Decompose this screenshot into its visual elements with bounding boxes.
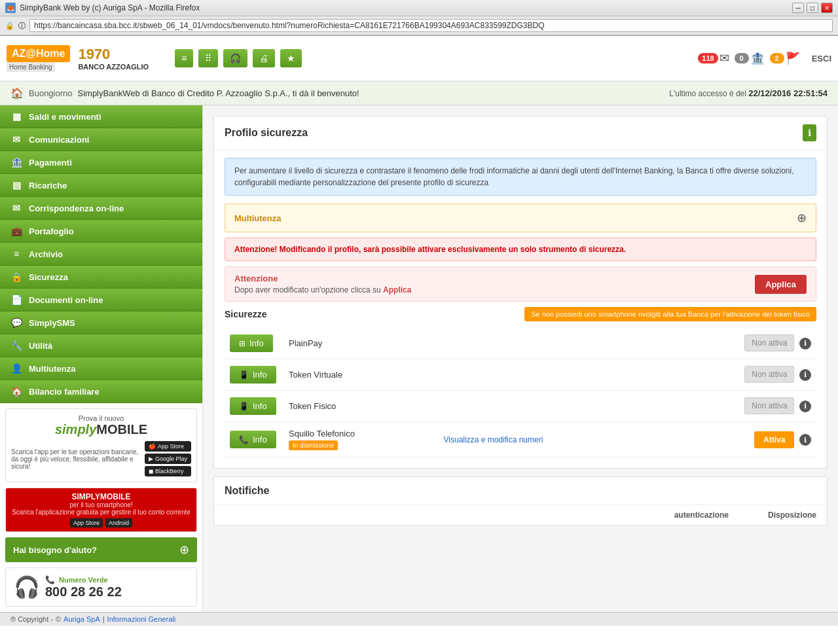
multiutenza-expand-button[interactable]: ⊕ <box>797 211 807 225</box>
maximize-button[interactable]: □ <box>807 3 818 13</box>
nav-org-button[interactable]: ⠿ <box>198 49 218 67</box>
ad2-subtitle: per il tuo smartphone! <box>10 501 192 509</box>
applica-button[interactable]: Applica <box>755 275 807 294</box>
token-fisico-info-button[interactable]: 📱 Info <box>230 397 276 415</box>
sicurezze-section: Sicurezze Se non possiedi uno smartphone… <box>225 307 816 457</box>
googleplay-btn[interactable]: ▶ Google Play <box>145 454 191 464</box>
breadcrumb-left: 🏠 Buongiorno SimplyBankWeb di Banco di C… <box>10 87 359 99</box>
nav-print-button[interactable]: 🖨 <box>253 49 275 67</box>
sidebar-item-utilita[interactable]: 🔧 Utilità <box>0 334 202 357</box>
squillo-attiva-button[interactable]: Attiva <box>754 431 794 448</box>
minimize-button[interactable]: ─ <box>792 3 804 13</box>
sidebar-item-bilancio[interactable]: 🏠 Bilancio familiare <box>0 380 202 403</box>
info-link[interactable]: Informazioni Generali <box>107 615 176 623</box>
visualizza-link[interactable]: Visualizza e modifica numeri <box>444 435 543 444</box>
sidebar-label-multiutenza: Multiutenza <box>29 364 76 374</box>
plainpay-info-circle[interactable]: ℹ <box>799 338 811 349</box>
token-v-status[interactable]: Non attiva <box>744 366 794 383</box>
ad2-stores: App Store Android <box>10 518 192 528</box>
sidebar-item-documenti[interactable]: 📄 Documenti on-line <box>0 289 202 312</box>
token-f-icon: 📱 <box>239 402 249 411</box>
squillo-name-cell: Squillo Telefonico In dismissione <box>283 422 439 457</box>
badge-count-white: 0 <box>735 53 749 63</box>
close-button[interactable]: ✕ <box>821 3 833 13</box>
comunicazioni-icon: ✉ <box>10 134 22 145</box>
sidebar-item-portafoglio[interactable]: 💼 Portafoglio <box>0 220 202 243</box>
badge-envelope: 118 ✉ <box>698 51 729 65</box>
token-v-status-cell: Non attiva ℹ <box>661 359 816 391</box>
sidebar-item-sicurezza[interactable]: 🔒 Sicurezza <box>0 266 202 289</box>
sidebar: ▦ Saldi e movimenti ✉ Comunicazioni 🏦 Pa… <box>0 105 203 612</box>
numero-verde-icon: 📞 <box>45 575 55 584</box>
ad-prova-text: Prova il nuovo <box>79 414 124 422</box>
token-f-name: Token Fisico <box>289 401 336 411</box>
warning-text: Attenzione! Modificando il profilo, sarà… <box>234 245 626 254</box>
blackberry-label: BlackBerry <box>155 468 184 474</box>
sidebar-item-corrispondenza[interactable]: ✉ Corrispondenza on-line <box>0 197 202 220</box>
col-disposizione: Disposizione <box>768 510 816 520</box>
token-f-status[interactable]: Non attiva <box>744 397 794 414</box>
main-layout: ▦ Saldi e movimenti ✉ Comunicazioni 🏦 Pa… <box>0 105 838 612</box>
token-virtuale-info-button[interactable]: 📱 Info <box>230 366 276 384</box>
plainpay-info-button[interactable]: ⊞ Info <box>230 334 273 352</box>
sidebar-item-sms[interactable]: 💬 SimplySMS <box>0 312 202 334</box>
plainpay-status[interactable]: Non attiva <box>744 334 794 351</box>
attention-desc-text: Dopo aver modificato un'opzione clicca s… <box>234 285 383 295</box>
profilo-sicurezza-card: Profilo sicurezza ℹ Per aumentare il liv… <box>213 116 828 469</box>
blackberry-btn[interactable]: ◼ BlackBerry <box>145 466 191 476</box>
last-access-date: 22/12/2016 22:51:54 <box>748 88 828 98</box>
logout-button[interactable]: ESCI <box>812 54 831 63</box>
token-v-info-circle[interactable]: ℹ <box>799 369 811 381</box>
help-section: Hai bisogno d'aiuto? ⊕ <box>5 537 197 562</box>
sidebar-item-saldi[interactable]: ▦ Saldi e movimenti <box>0 105 202 128</box>
sidebar-item-archivio[interactable]: ≡ Archivio <box>0 243 202 266</box>
attention-box: Attenzione Dopo aver modificato un'opzio… <box>225 266 816 302</box>
sidebar-item-pagamenti[interactable]: 🏦 Pagamenti <box>0 151 202 174</box>
ad2-android[interactable]: Android <box>105 518 132 528</box>
sidebar-menu: ▦ Saldi e movimenti ✉ Comunicazioni 🏦 Pa… <box>0 105 202 403</box>
bank-icon: 🏦 <box>750 51 765 65</box>
token-v-icon: 📱 <box>239 370 249 380</box>
squillo-info-label: Info <box>253 435 267 444</box>
bilancio-icon: 🏠 <box>10 386 22 397</box>
sidebar-label-portafoglio: Portafoglio <box>29 226 74 236</box>
squillo-link-cell: Visualizza e modifica numeri <box>439 422 661 457</box>
sidebar-label-utilita: Utilità <box>29 341 52 351</box>
sicurezze-header: Sicurezze Se non possiedi uno smartphone… <box>225 307 816 321</box>
addressbar: 🔒 ⓘ https://bancaincasa.sba.bcc.it/sbweb… <box>0 16 838 35</box>
squillo-info-button[interactable]: 📞 Info <box>230 431 276 448</box>
company-link[interactable]: Auriga SpA <box>64 615 100 623</box>
multiutenza-row: Multiutenza ⊕ <box>225 204 816 232</box>
utilita-icon: 🔧 <box>10 340 22 351</box>
home-icon: 🏠 <box>10 87 24 99</box>
token-v-name: Token Virtuale <box>289 370 342 380</box>
nav-headset-button[interactable]: 🎧 <box>223 49 247 67</box>
nav-star-button[interactable]: ★ <box>280 49 302 67</box>
sidebar-item-ricariche[interactable]: ▤ Ricariche <box>0 174 202 197</box>
flag-icon: 🚩 <box>786 51 800 65</box>
ad2-appstore[interactable]: App Store <box>70 518 103 528</box>
notifiche-table-header: autenticazione Disposizione <box>214 505 827 525</box>
sidebar-label-pagamenti: Pagamenti <box>29 158 72 168</box>
sidebar-item-multiutenza[interactable]: 👤 Multiutenza <box>0 357 202 380</box>
token-f-name-cell: Token Fisico <box>283 391 439 422</box>
profilo-title: Profilo sicurezza <box>225 127 308 139</box>
nav-icons: ≡ ⠿ 🎧 🖨 ★ <box>175 49 302 67</box>
portafoglio-icon: 💼 <box>10 226 22 236</box>
help-expand-button[interactable]: ⊕ <box>179 543 189 557</box>
token-f-info-cell: 📱 Info <box>225 391 283 422</box>
browser-titlebar: 🦊 SimplyBank Web by (c) Auriga SpA - Moz… <box>0 0 838 16</box>
info-button-top[interactable]: ℹ <box>803 124 816 141</box>
token-f-info-circle[interactable]: ℹ <box>799 401 811 412</box>
security-row-squillo: 📞 Info Squillo Telefonico In dismissione <box>225 422 816 457</box>
greeting-text: Buongiorno <box>29 88 73 98</box>
appstore-btn[interactable]: 🍎 App Store <box>145 441 191 452</box>
lock-icon: 🔒 <box>5 22 14 30</box>
squillo-info-circle[interactable]: ℹ <box>799 434 811 446</box>
url-input[interactable]: https://bancaincasa.sba.bcc.it/sbweb_06_… <box>29 19 833 32</box>
sicurezza-icon: 🔒 <box>10 272 22 282</box>
pagamenti-icon: 🏦 <box>10 157 22 168</box>
security-table: ⊞ Info PlainPay Non attiva <box>225 328 816 457</box>
nav-menu-button[interactable]: ≡ <box>175 49 193 67</box>
sidebar-item-comunicazioni[interactable]: ✉ Comunicazioni <box>0 128 202 151</box>
